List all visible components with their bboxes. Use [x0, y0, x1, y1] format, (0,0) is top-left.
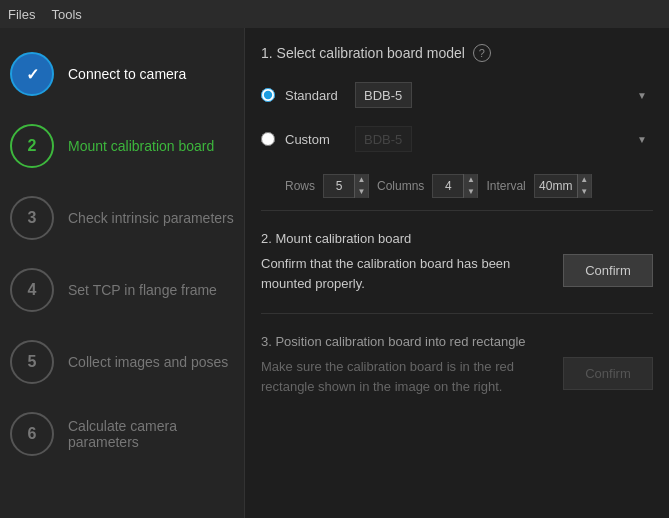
standard-row: Standard BDB-5 ▼ [261, 82, 653, 108]
rows-label: Rows [285, 179, 315, 193]
interval-spinner-btns: ▲ ▼ [577, 174, 591, 198]
menu-files[interactable]: Files [8, 7, 35, 22]
columns-spinner: ▲ ▼ [432, 174, 478, 198]
confirm1-row: Confirm that the calibration board has b… [261, 254, 653, 293]
content-panel: 1. Select calibration board model ? Stan… [245, 28, 669, 518]
step-label-3: Check intrinsic parameters [68, 210, 234, 226]
confirm1-text: Confirm that the calibration board has b… [261, 254, 551, 293]
confirm1-button[interactable]: Confirm [563, 254, 653, 287]
main-layout: ✓ Connect to camera 2 Mount calibration … [0, 28, 669, 518]
section3: 3. Position calibration board into red r… [261, 326, 653, 404]
interval-label: Interval [486, 179, 525, 193]
section1-header: 1. Select calibration board model ? [261, 44, 653, 62]
step-circle-3: 3 [10, 196, 54, 240]
dropdown-arrow-custom: ▼ [637, 134, 647, 145]
sidebar-item-mount-board[interactable]: 2 Mount calibration board [0, 110, 244, 182]
interval-up[interactable]: ▲ [577, 174, 591, 186]
divider-2 [261, 313, 653, 314]
step-circle-4: 4 [10, 268, 54, 312]
params-row: Rows ▲ ▼ Columns ▲ ▼ Interval [261, 174, 653, 198]
dropdown-arrow-standard: ▼ [637, 90, 647, 101]
step-circle-2: 2 [10, 124, 54, 168]
rows-spinner: ▲ ▼ [323, 174, 369, 198]
rows-spinner-btns: ▲ ▼ [354, 174, 368, 198]
columns-down[interactable]: ▼ [463, 186, 477, 198]
step-label-5: Collect images and poses [68, 354, 228, 370]
sidebar-item-set-tcp[interactable]: 4 Set TCP in flange frame [0, 254, 244, 326]
interval-input[interactable] [535, 179, 577, 193]
step-label-6: Calculate camera parameters [68, 418, 234, 450]
standard-dropdown[interactable]: BDB-5 [355, 82, 412, 108]
confirm2-row: Make sure the calibration board is in th… [261, 357, 653, 396]
rows-down[interactable]: ▼ [354, 186, 368, 198]
help-icon[interactable]: ? [473, 44, 491, 62]
columns-up[interactable]: ▲ [463, 174, 477, 186]
menubar: Files Tools [0, 0, 669, 28]
confirm2-text: Make sure the calibration board is in th… [261, 357, 551, 396]
standard-dropdown-wrapper: BDB-5 ▼ [355, 82, 653, 108]
standard-label: Standard [285, 88, 345, 103]
sidebar: ✓ Connect to camera 2 Mount calibration … [0, 28, 245, 518]
rows-input[interactable] [324, 179, 354, 193]
custom-label: Custom [285, 132, 345, 147]
custom-dropdown-wrapper: BDB-5 ▼ [355, 126, 653, 152]
sidebar-item-check-intrinsic[interactable]: 3 Check intrinsic parameters [0, 182, 244, 254]
custom-radio[interactable] [261, 132, 275, 146]
section1-title: 1. Select calibration board model [261, 45, 465, 61]
step-circle-5: 5 [10, 340, 54, 384]
interval-spinner: ▲ ▼ [534, 174, 592, 198]
section2-title: 2. Mount calibration board [261, 231, 653, 246]
step-circle-1: ✓ [10, 52, 54, 96]
confirm2-button: Confirm [563, 357, 653, 390]
custom-row: Custom BDB-5 ▼ [261, 126, 653, 152]
custom-dropdown: BDB-5 [355, 126, 412, 152]
step-label-1: Connect to camera [68, 66, 186, 82]
columns-label: Columns [377, 179, 424, 193]
standard-radio[interactable] [261, 88, 275, 102]
interval-down[interactable]: ▼ [577, 186, 591, 198]
step-label-4: Set TCP in flange frame [68, 282, 217, 298]
step-label-2: Mount calibration board [68, 138, 214, 154]
sidebar-item-calculate[interactable]: 6 Calculate camera parameters [0, 398, 244, 470]
sidebar-item-collect-images[interactable]: 5 Collect images and poses [0, 326, 244, 398]
divider-1 [261, 210, 653, 211]
columns-input[interactable] [433, 179, 463, 193]
step-circle-6: 6 [10, 412, 54, 456]
sidebar-item-connect-camera[interactable]: ✓ Connect to camera [0, 38, 244, 110]
columns-spinner-btns: ▲ ▼ [463, 174, 477, 198]
menu-tools[interactable]: Tools [51, 7, 81, 22]
section3-title: 3. Position calibration board into red r… [261, 334, 653, 349]
section2: 2. Mount calibration board Confirm that … [261, 223, 653, 301]
rows-up[interactable]: ▲ [354, 174, 368, 186]
